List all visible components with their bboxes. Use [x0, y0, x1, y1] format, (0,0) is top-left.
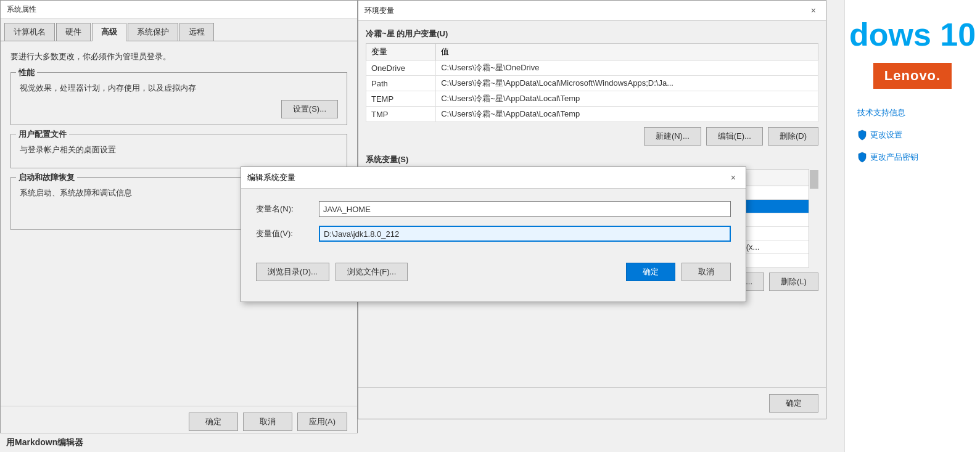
env-vars-titlebar: 环境变量 × — [358, 1, 826, 21]
tab-computer-name[interactable]: 计算机名 — [4, 23, 55, 41]
table-row[interactable]: OneDrive C:\Users\冷霜~星\OneDrive — [366, 60, 818, 76]
sys-props-cancel-button[interactable]: 取消 — [243, 413, 292, 431]
var-value-row: 变量值(V): — [256, 226, 731, 242]
sys-props-tabs: 计算机名 硬件 高级 系统保护 远程 — [1, 19, 357, 41]
change-product-key-link[interactable]: 更改产品密钥 — [857, 152, 918, 163]
edit-dialog-btn-row: 浏览目录(D)... 浏览文件(F)... 确定 取消 — [241, 263, 746, 291]
performance-section: 性能 视觉效果，处理器计划，内存使用，以及虚拟内存 设置(S)... — [10, 72, 347, 125]
startup-recovery-label: 启动和故障恢复 — [16, 172, 77, 183]
var-name-row: 变量名(N): — [256, 201, 731, 217]
table-row[interactable]: TMP C:\Users\冷霜~星\AppData\Local\Temp — [366, 107, 818, 122]
scrollbar[interactable] — [809, 169, 818, 268]
user-var-value: C:\Users\冷霜~星\AppData\Local\Temp — [436, 107, 818, 122]
edit-system-variable-dialog: 编辑系统变量 × 变量名(N): 变量值(V): 浏览目录(D)... 浏览文件… — [241, 166, 746, 302]
shield-icon-2 — [857, 152, 867, 163]
edit-dialog-right-btns: 确定 取消 — [626, 263, 731, 281]
user-var-value: C:\Users\冷霜~星\AppData\Local\Temp — [436, 91, 818, 107]
env-vars-footer: 确定 — [358, 387, 826, 419]
var-name-label: 变量名(N): — [256, 203, 311, 215]
background-branding: dows 10 Lenovo. 技术支持信息 更改设置 更改产品密钥 — [844, 0, 980, 452]
user-var-name: TEMP — [366, 91, 436, 107]
env-vars-close-button[interactable]: × — [807, 4, 820, 17]
performance-settings-button[interactable]: 设置(S)... — [281, 100, 338, 118]
edit-dialog-cancel-button[interactable]: 取消 — [681, 263, 731, 281]
user-delete-button[interactable]: 删除(D) — [768, 127, 818, 146]
sys-delete-button[interactable]: 删除(L) — [769, 273, 818, 291]
scrollbar-thumb[interactable] — [810, 170, 818, 189]
sys-props-apply-button[interactable]: 应用(A) — [297, 413, 347, 431]
change-settings-link[interactable]: 更改设置 — [857, 129, 902, 141]
user-var-value: C:\Users\冷霜~星\OneDrive — [436, 60, 818, 76]
user-var-value: C:\Users\冷霜~星\AppData\Local\Microsoft\Wi… — [436, 76, 818, 91]
user-table-col-name: 变量 — [366, 44, 436, 60]
tech-support-link[interactable]: 技术支持信息 — [857, 107, 905, 118]
var-value-input[interactable] — [319, 226, 731, 242]
sys-props-title: 系统属性 — [7, 5, 36, 14]
user-var-name: Path — [366, 76, 436, 91]
markdown-editor-bar: 用Markdown编辑器 — [0, 433, 358, 452]
user-profiles-label: 用户配置文件 — [16, 129, 69, 140]
change-product-key-label: 更改产品密钥 — [870, 152, 918, 163]
tab-hardware[interactable]: 硬件 — [56, 23, 91, 41]
user-var-name: OneDrive — [366, 60, 436, 76]
env-vars-ok-button[interactable]: 确定 — [769, 394, 818, 413]
edit-dialog-close-button[interactable]: × — [727, 171, 739, 184]
change-settings-label: 更改设置 — [870, 129, 902, 141]
admin-notice: 要进行大多数更改，你必须作为管理员登录。 — [10, 51, 347, 62]
markdown-text: 用Markdown编辑器 — [6, 437, 83, 447]
table-row[interactable]: Path C:\Users\冷霜~星\AppData\Local\Microso… — [366, 76, 818, 91]
user-vars-table: 变量 值 OneDrive C:\Users\冷霜~星\OneDrive Pat… — [366, 43, 818, 122]
user-edit-button[interactable]: 编辑(E)... — [706, 127, 763, 146]
browse-file-button[interactable]: 浏览文件(F)... — [336, 263, 408, 281]
user-new-button[interactable]: 新建(N)... — [644, 127, 701, 146]
env-vars-title: 环境变量 — [364, 6, 394, 16]
sys-props-ok-button[interactable]: 确定 — [189, 413, 238, 431]
edit-dialog-titlebar: 编辑系统变量 × — [241, 167, 746, 189]
user-profiles-section: 用户配置文件 与登录帐户相关的桌面设置 — [10, 134, 347, 168]
user-profiles-text: 与登录帐户相关的桌面设置 — [20, 144, 338, 155]
shield-icon — [857, 129, 867, 141]
user-table-col-value: 值 — [436, 44, 818, 60]
edit-dialog-ok-button[interactable]: 确定 — [626, 263, 675, 281]
tab-advanced[interactable]: 高级 — [92, 23, 126, 41]
sys-props-titlebar: 系统属性 — [1, 1, 357, 19]
windows10-logo: dows 10 — [849, 12, 976, 51]
sys-vars-title: 系统变量(S) — [366, 154, 818, 165]
performance-text: 视觉效果，处理器计划，内存使用，以及虚拟内存 — [20, 83, 338, 94]
user-vars-btn-row: 新建(N)... 编辑(E)... 删除(D) — [366, 127, 818, 146]
table-row[interactable]: TEMP C:\Users\冷霜~星\AppData\Local\Temp — [366, 91, 818, 107]
tab-system-protection[interactable]: 系统保护 — [128, 23, 178, 41]
lenovo-logo: Lenovo. — [873, 63, 952, 89]
var-value-label: 变量值(V): — [256, 228, 311, 239]
performance-label: 性能 — [16, 67, 37, 78]
tab-remote[interactable]: 远程 — [179, 23, 214, 41]
browse-dir-button[interactable]: 浏览目录(D)... — [256, 263, 329, 281]
user-vars-title: 冷霜~星 的用户变量(U) — [366, 28, 818, 39]
edit-dialog-content: 变量名(N): 变量值(V): — [241, 189, 746, 263]
edit-dialog-left-btns: 浏览目录(D)... 浏览文件(F)... — [256, 263, 408, 281]
user-var-name: TMP — [366, 107, 436, 122]
edit-dialog-title: 编辑系统变量 — [247, 172, 295, 183]
var-name-input[interactable] — [319, 201, 731, 217]
tech-support-label: 技术支持信息 — [857, 107, 905, 118]
